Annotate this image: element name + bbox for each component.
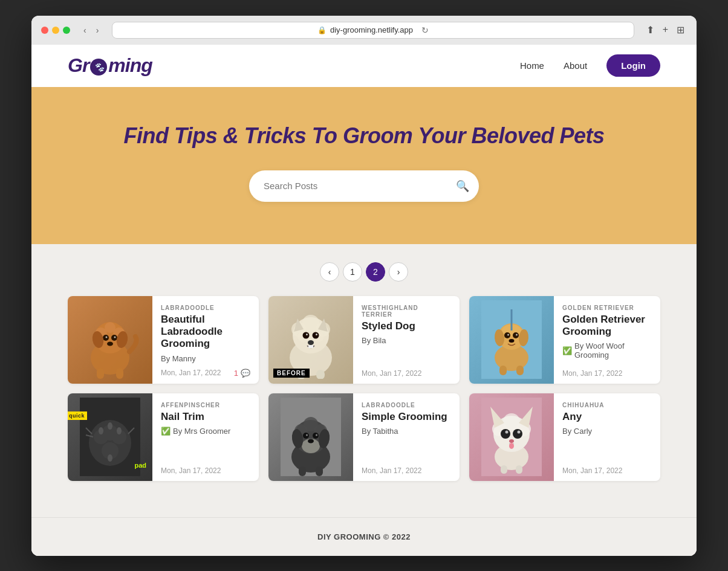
search-bar[interactable]: 🔍 [249, 170, 479, 202]
logo-text-ming: ming [108, 54, 152, 77]
svg-point-53 [108, 454, 112, 462]
svg-point-83 [509, 439, 514, 443]
svg-point-84 [509, 443, 514, 449]
nav-home[interactable]: Home [520, 60, 544, 71]
svg-point-38 [509, 339, 515, 343]
card-date-3: Mon, Jan 17, 2022 [562, 369, 622, 378]
card-category-1: LABRADOODLE [161, 305, 250, 311]
back-button[interactable]: ‹ [80, 23, 90, 37]
verified-icon-3: ✅ [562, 346, 572, 355]
card-chihuahua[interactable]: CHIHUAHUA Any By Carly Mon, Jan 17, 2022 [469, 393, 660, 481]
svg-point-18 [302, 315, 319, 332]
hero-section: Find Tips & Tricks To Groom Your Beloved… [31, 87, 697, 244]
share-icon[interactable]: ⬆ [644, 22, 657, 38]
card-author-3: ✅ By Woof Woof Grooming [562, 341, 652, 360]
browser-toolbar: ‹ › 🔒 diy-grooming.netlify.app ↻ ⬆ + ⊞ [31, 16, 697, 45]
toolbar-actions: ⬆ + ⊞ [644, 22, 687, 38]
card-nail-trim[interactable]: quick pad AFFENPINSCHER Nail Trim ✅ By M… [68, 393, 259, 481]
search-icon[interactable]: 🔍 [456, 179, 469, 193]
svg-point-4 [105, 322, 115, 333]
site-header: Gr ming Home About Login [31, 45, 697, 87]
svg-rect-85 [501, 465, 507, 474]
card-golden-grooming[interactable]: GOLDEN RETRIEVER Golden Retriever Groomi… [469, 296, 660, 384]
minimize-button[interactable] [52, 27, 59, 34]
next-page-button[interactable]: › [389, 262, 408, 282]
card-footer-5: Mon, Jan 17, 2022 [362, 466, 451, 475]
grid-icon[interactable]: ⊞ [674, 22, 687, 38]
card-body-6: CHIHUAHUA Any By Carly Mon, Jan 17, 2022 [554, 393, 660, 481]
search-input[interactable] [264, 181, 456, 191]
svg-point-78 [503, 413, 520, 430]
card-footer-3: Mon, Jan 17, 2022 [562, 369, 652, 378]
pad-label: pad [134, 462, 146, 469]
dog-svg-labradoodle [80, 300, 140, 379]
card-category-4: AFFENPINSCHER [161, 402, 250, 408]
hero-title: Find Tips & Tricks To Groom Your Beloved… [44, 123, 684, 149]
card-date-6: Mon, Jan 17, 2022 [562, 466, 622, 475]
svg-point-68 [308, 439, 314, 444]
svg-point-21 [303, 332, 310, 339]
forward-button[interactable]: › [93, 23, 103, 37]
main-content: ‹ 1 2 › [31, 244, 697, 517]
site-footer: DIY GROOMING © 2022 [31, 517, 697, 556]
card-comments-1: 1 💬 [234, 369, 250, 378]
site-content: Gr ming Home About Login Find Tips & Tri… [31, 45, 697, 556]
card-simple-grooming[interactable]: LABRADOODLE Simple Grooming By Tabitha M… [268, 393, 460, 481]
new-tab-icon[interactable]: + [660, 22, 671, 38]
card-title-5: Simple Grooming [362, 411, 451, 423]
logo-text-gr: Gr [68, 54, 89, 77]
comment-icon-1: 💬 [241, 369, 250, 378]
card-author-1: By Manny [161, 354, 250, 363]
login-button[interactable]: Login [606, 54, 660, 77]
card-image-golden [469, 296, 554, 384]
svg-point-66 [306, 434, 308, 436]
quick-label: quick [68, 411, 87, 420]
card-image-chihuahua [469, 393, 554, 481]
dog-svg-nail [80, 398, 140, 476]
svg-rect-28 [316, 370, 325, 379]
nav-about[interactable]: About [564, 60, 587, 71]
card-labradoodle-grooming[interactable]: LABRADOODLE Beautiful Labradoodle Groomi… [68, 296, 259, 384]
card-image-labradoodle [68, 296, 152, 384]
prev-page-button[interactable]: ‹ [320, 262, 339, 282]
svg-point-80 [513, 429, 522, 439]
browser-nav: ‹ › [80, 23, 102, 37]
svg-rect-71 [299, 466, 306, 476]
svg-point-23 [306, 334, 308, 335]
card-title-4: Nail Trim [161, 411, 250, 423]
card-footer-4: Mon, Jan 17, 2022 [161, 466, 250, 475]
page-1-button[interactable]: 1 [343, 262, 362, 282]
card-author-6: By Carly [562, 427, 652, 436]
maximize-button[interactable] [63, 27, 70, 34]
card-body-5: LABRADOODLE Simple Grooming By Tabitha M… [353, 393, 460, 481]
svg-point-34 [504, 332, 510, 338]
pagination: ‹ 1 2 › [68, 262, 660, 282]
reload-icon[interactable]: ↻ [421, 25, 429, 35]
svg-point-24 [316, 334, 317, 335]
card-body-2: WESTHIGHLAND TERRIER Styled Dog By Bila … [353, 296, 460, 384]
main-nav: Home About Login [520, 54, 660, 77]
svg-point-35 [513, 332, 519, 338]
card-category-6: CHIHUAHUA [562, 402, 652, 408]
card-author-4: ✅ By Mrs Groomer [161, 427, 250, 436]
card-category-5: LABRADOODLE [362, 402, 451, 408]
close-button[interactable] [41, 27, 48, 34]
dog-svg-chihuahua [481, 398, 542, 476]
url-display: diy-grooming.netlify.app [330, 25, 413, 34]
card-category-3: GOLDEN RETRIEVER [562, 305, 652, 311]
card-title-3: Golden Retriever Grooming [562, 314, 652, 338]
svg-rect-12 [97, 368, 104, 379]
address-bar[interactable]: 🔒 diy-grooming.netlify.app ↻ [112, 22, 634, 39]
svg-point-62 [304, 417, 318, 431]
svg-point-67 [316, 434, 317, 436]
svg-point-64 [303, 433, 309, 439]
card-body-4: AFFENPINSCHER Nail Trim ✅ By Mrs Groomer… [152, 393, 259, 481]
svg-point-7 [106, 337, 108, 338]
svg-point-8 [114, 337, 116, 338]
browser-window: ‹ › 🔒 diy-grooming.netlify.app ↻ ⬆ + ⊞ G… [31, 16, 697, 556]
page-2-button[interactable]: 2 [366, 262, 385, 282]
svg-rect-42 [516, 366, 524, 375]
site-logo[interactable]: Gr ming [68, 54, 152, 77]
card-author-2: By Bila [362, 336, 451, 345]
card-westie-grooming[interactable]: BEFORE WESTHIGHLAND TERRIER Styled Dog B… [268, 296, 460, 384]
